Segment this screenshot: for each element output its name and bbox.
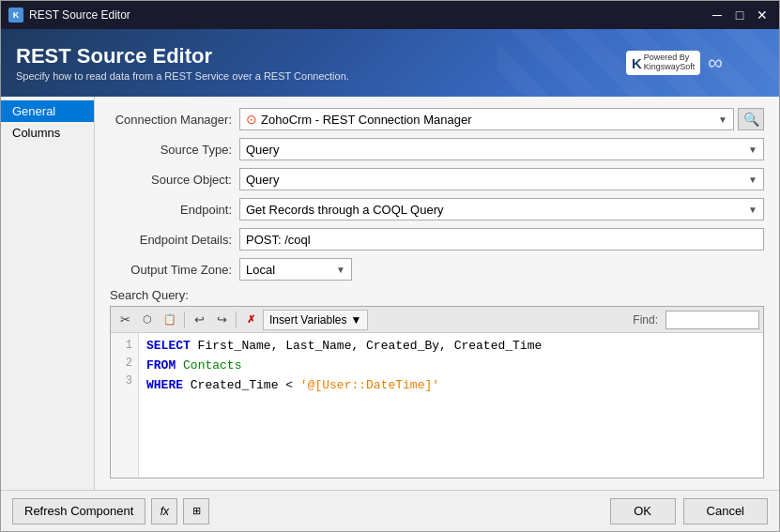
infinity-icon: ∞ — [708, 51, 723, 75]
paste-button[interactable]: 📋 — [160, 310, 180, 330]
code-area[interactable]: 1 2 3 SELECT First_Name, Last_Name, Crea… — [111, 333, 763, 478]
source-type-chevron: ▼ — [748, 144, 757, 155]
insert-variables-arrow: ▼ — [350, 313, 361, 327]
header: REST Source Editor Specify how to read d… — [1, 29, 779, 97]
source-object-row: Source Object: Query ▼ — [110, 168, 764, 190]
connection-manager-label: Connection Manager: — [110, 113, 232, 127]
source-object-chevron: ▼ — [748, 175, 757, 185]
search-query-section: Search Query: ✂ ⬡ 📋 ↩ ↪ ✗ Insert Variabl… — [110, 288, 764, 479]
maximize-button[interactable]: □ — [730, 6, 749, 24]
redo-button[interactable]: ↪ — [211, 310, 232, 330]
endpoint-label: Endpoint: — [110, 203, 232, 217]
footer: Refresh Component fx ⊞ OK Cancel — [1, 490, 779, 531]
endpoint-row: Endpoint: Get Records through a COQL Que… — [110, 198, 764, 220]
endpoint-value: Get Records through a COQL Query — [246, 203, 748, 217]
header-text: REST Source Editor Specify how to read d… — [16, 44, 349, 82]
source-type-row: Source Type: Query ▼ — [110, 138, 764, 160]
window: K REST Source Editor ─ □ ✕ REST Source E… — [0, 0, 780, 532]
cut-button[interactable]: ✂ — [115, 310, 135, 330]
code-content[interactable]: SELECT First_Name, Last_Name, Created_By… — [139, 333, 763, 478]
refresh-component-button[interactable]: Refresh Component — [12, 498, 145, 524]
main-content: Connection Manager: ⊙ ZohoCrm - REST Con… — [95, 97, 779, 490]
logo-k-letter: K — [632, 55, 642, 71]
footer-fx-button[interactable]: fx — [151, 498, 177, 524]
source-object-value: Query — [246, 173, 748, 187]
query-editor: ✂ ⬡ 📋 ↩ ↪ ✗ Insert Variables ▼ Find: — [110, 306, 764, 479]
connection-manager-row: Connection Manager: ⊙ ZohoCrm - REST Con… — [110, 108, 764, 130]
sidebar: General Columns — [1, 97, 95, 490]
output-timezone-label: Output Time Zone: — [110, 263, 232, 277]
search-query-label: Search Query: — [110, 288, 764, 302]
endpoint-dropdown[interactable]: Get Records through a COQL Query ▼ — [239, 198, 764, 220]
app-icon: K — [8, 8, 23, 23]
content: General Columns Connection Manager: ⊙ Zo… — [1, 97, 779, 490]
title-bar: K REST Source Editor ─ □ ✕ — [1, 1, 779, 29]
title-bar-text: REST Source Editor — [29, 8, 702, 22]
query-toolbar: ✂ ⬡ 📋 ↩ ↪ ✗ Insert Variables ▼ Find: — [111, 307, 763, 333]
source-type-value: Query — [246, 143, 748, 157]
insert-variables-label: Insert Variables — [269, 313, 346, 327]
header-title: REST Source Editor — [16, 44, 349, 68]
toolbar-separator-1 — [184, 312, 185, 328]
close-button[interactable]: ✕ — [753, 6, 772, 24]
sidebar-item-general[interactable]: General — [1, 100, 94, 122]
footer-grid-button[interactable]: ⊞ — [183, 498, 209, 524]
output-timezone-chevron: ▼ — [336, 265, 345, 275]
output-timezone-value: Local — [246, 263, 275, 277]
logo-box: K Powered By KingswaySoft — [626, 51, 700, 75]
connection-manager-dropdown[interactable]: ⊙ ZohoCrm - REST Connection Manager ▼ — [239, 108, 734, 130]
source-object-dropdown[interactable]: Query ▼ — [239, 168, 764, 190]
undo-button[interactable]: ↩ — [189, 310, 209, 330]
cancel-button[interactable]: Cancel — [683, 498, 768, 524]
footer-right: OK Cancel — [610, 498, 768, 524]
copy-button[interactable]: ⬡ — [137, 310, 158, 330]
endpoint-details-input[interactable] — [239, 228, 764, 251]
title-bar-controls: ─ □ ✕ — [708, 6, 772, 24]
connection-manager-chevron: ▼ — [718, 114, 727, 125]
zoho-icon: ⊙ — [246, 112, 257, 127]
minimize-button[interactable]: ─ — [708, 6, 726, 24]
endpoint-details-label: Endpoint Details: — [110, 233, 232, 247]
output-timezone-dropdown[interactable]: Local ▼ — [239, 258, 352, 281]
endpoint-details-row: Endpoint Details: — [110, 228, 764, 251]
source-object-label: Source Object: — [110, 173, 232, 187]
toolbar-separator-2 — [236, 312, 237, 328]
output-timezone-row: Output Time Zone: Local ▼ — [110, 258, 764, 281]
find-label: Find: — [633, 313, 664, 327]
endpoint-chevron: ▼ — [748, 205, 757, 215]
connection-manager-value: ZohoCrm - REST Connection Manager — [261, 113, 471, 127]
find-input[interactable] — [665, 311, 759, 329]
logo-text: Powered By KingswaySoft — [644, 53, 696, 72]
source-type-label: Source Type: — [110, 143, 232, 157]
header-logo: K Powered By KingswaySoft ∞ — [626, 51, 723, 75]
line-numbers: 1 2 3 — [111, 333, 139, 478]
variables-icon-button[interactable]: ✗ — [240, 310, 261, 330]
sidebar-item-columns[interactable]: Columns — [1, 122, 94, 144]
connection-manager-search-button[interactable]: 🔍 — [738, 108, 764, 130]
source-type-dropdown[interactable]: Query ▼ — [239, 138, 764, 160]
ok-button[interactable]: OK — [610, 498, 676, 524]
header-subtitle: Specify how to read data from a REST Ser… — [16, 70, 349, 82]
insert-variables-button[interactable]: Insert Variables ▼ — [263, 310, 368, 330]
